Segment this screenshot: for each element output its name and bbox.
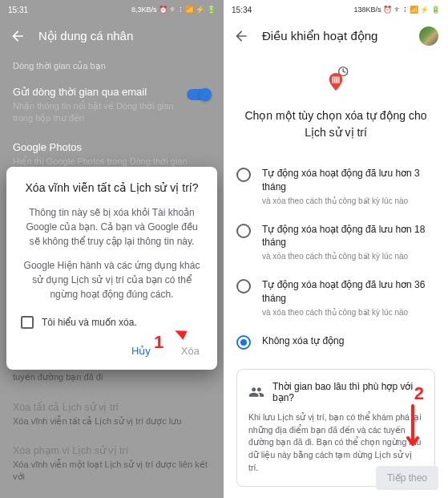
page-title: Điều khiển hoạt động xyxy=(262,29,406,43)
auto-delete-option[interactable]: Tự động xóa hoạt động đã lưu hơn 36 thán… xyxy=(236,270,435,326)
dialog-checkbox-row[interactable]: Tôi hiểu và muốn xóa. xyxy=(21,311,203,337)
page-title: Nội dung cá nhân xyxy=(38,29,214,43)
header: Điều khiển hoạt động xyxy=(224,19,448,53)
avatar[interactable] xyxy=(419,26,438,46)
radio-icon[interactable] xyxy=(236,224,251,238)
status-icons: 8,3KB/s ⏰ ᯤ ⋮ 📶 ⚡ 🔋 xyxy=(131,6,216,14)
option-subtitle: và xóa theo cách thủ công bất kỳ lúc nào xyxy=(262,196,435,207)
back-icon[interactable] xyxy=(233,28,249,44)
status-time: 15:34 xyxy=(232,6,252,14)
header: Nội dung cá nhân xyxy=(0,19,224,53)
checkbox-icon[interactable] xyxy=(21,316,34,329)
setting-email-timeline[interactable]: Gửi dòng thời gian qua email Nhận thông … xyxy=(13,78,211,133)
auto-delete-option[interactable]: Tự động xóa hoạt động đã lưu hơn 18 thán… xyxy=(236,215,435,271)
radio-icon[interactable] xyxy=(236,168,251,182)
radio-icon[interactable] xyxy=(236,279,251,294)
radio-icon[interactable] xyxy=(236,335,251,350)
info-body: Khi lưu Lịch sử vị trí, bạn có thể khám … xyxy=(248,411,423,475)
status-icons: 138KB/s ⏰ ᯤ ⋮ 📶 ⚡ 🔋 xyxy=(353,6,440,14)
back-icon[interactable] xyxy=(10,28,26,44)
dialog-title: Xóa vĩnh viễn tất cả Lịch sử vị trí? xyxy=(21,181,203,194)
info-title: Thời gian bao lâu thì phù hợp với bạn? xyxy=(272,381,423,403)
status-bar: 15:31 8,3KB/s ⏰ ᯤ ⋮ 📶 ⚡ 🔋 xyxy=(0,0,224,19)
dialog-body: Thông tin này sẽ bị xóa khỏi Tài khoản G… xyxy=(21,205,203,249)
status-bar: 15:34 138KB/s ⏰ ᯤ ⋮ 📶 ⚡ 🔋 xyxy=(224,0,448,19)
section-label: Dòng thời gian của bạn xyxy=(13,61,211,71)
location-delete-icon xyxy=(318,64,353,99)
confirm-dialog: Xóa vĩnh viễn tất cả Lịch sử vị trí? Thô… xyxy=(6,167,217,370)
auto-delete-option[interactable]: Tự động xóa hoạt động đã lưu hơn 3 tháng… xyxy=(236,159,435,215)
cancel-button[interactable]: Hủy xyxy=(128,340,154,362)
people-icon xyxy=(248,384,264,400)
delete-button[interactable]: Xóa xyxy=(178,340,203,362)
dialog-body: Google Hiện hành và các ứng dụng khác sử… xyxy=(21,258,203,302)
next-button[interactable]: Tiếp theo xyxy=(376,466,438,490)
auto-delete-option[interactable]: Không xóa tự động xyxy=(236,326,435,358)
option-title: Không xóa tự động xyxy=(262,334,435,348)
option-title: Tự động xóa hoạt động đã lưu hơn 3 tháng xyxy=(262,167,435,194)
option-title: Tự động xóa hoạt động đã lưu hơn 36 thán… xyxy=(262,278,435,306)
option-subtitle: và xóa theo cách thủ công bất kỳ lúc nào xyxy=(262,307,435,318)
option-title: Tự động xóa hoạt động đã lưu hơn 18 thán… xyxy=(262,223,435,250)
toggle-switch[interactable] xyxy=(187,89,211,100)
option-subtitle: và xóa theo cách thủ công bất kỳ lúc nào xyxy=(262,251,435,262)
status-time: 15:31 xyxy=(8,6,28,14)
hero-title: Chọn một tùy chọn xóa tự động cho Lịch s… xyxy=(236,107,435,141)
